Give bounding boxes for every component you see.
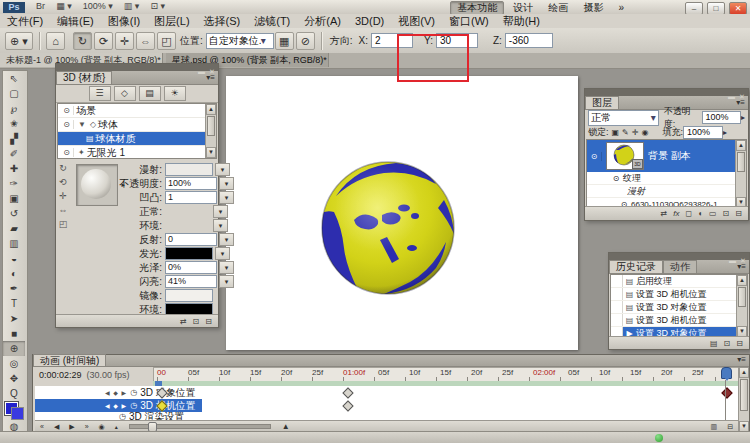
- layers-panel-drag-bar[interactable]: ▬✕: [585, 89, 748, 96]
- return-home-icon[interactable]: ⌂: [46, 32, 65, 50]
- history-panel-drag-bar[interactable]: ▬✕: [609, 253, 749, 260]
- gradient-tool[interactable]: ▥: [3, 236, 25, 251]
- position-preset-dropdown[interactable]: 自定对象位...▾: [206, 33, 274, 49]
- layers-panel-tab[interactable]: 图层: [585, 96, 619, 109]
- history-item[interactable]: ▤设置 3D 对象位置: [611, 301, 747, 314]
- scrollbar[interactable]: ▲▼: [205, 104, 216, 158]
- screen-mode-icon[interactable]: ⊡ ▾: [150, 0, 165, 13]
- workspace-design[interactable]: 设计: [507, 2, 539, 14]
- keyframe-selected[interactable]: [721, 387, 732, 398]
- zoom-in-timeline-icon[interactable]: ▲: [277, 422, 295, 432]
- eye-icon[interactable]: ⊙: [60, 148, 74, 157]
- opacity-field[interactable]: 100%: [165, 177, 217, 190]
- delete-keyframe-icon[interactable]: ⊟: [722, 422, 738, 432]
- delete-icon[interactable]: ⊟: [205, 317, 212, 326]
- delete-position-icon[interactable]: ⊘: [296, 32, 315, 50]
- lasso-tool[interactable]: ℘: [3, 101, 25, 116]
- stopwatch-icon[interactable]: ◷: [130, 388, 137, 397]
- shine-field[interactable]: 41%: [165, 275, 217, 288]
- menu-edit[interactable]: 编辑(E): [50, 14, 101, 29]
- mat-slide-icon[interactable]: ⇔: [56, 203, 70, 217]
- history-item[interactable]: ▤启用纹理: [611, 275, 747, 288]
- keyframe-navigator[interactable]: ◀ ◆ ▶: [105, 402, 127, 409]
- keyframe[interactable]: [342, 387, 353, 398]
- texture-menu-icon[interactable]: ▾: [213, 219, 228, 232]
- eye-icon[interactable]: ⊙: [60, 120, 74, 129]
- texture-menu-icon[interactable]: ▾: [219, 261, 234, 274]
- view-extras-icon[interactable]: ▦ ▾: [56, 0, 72, 13]
- blend-mode-dropdown[interactable]: 正常▾: [588, 110, 659, 126]
- menu-image[interactable]: 图像(I): [101, 14, 147, 29]
- timeline-zoom-slider[interactable]: [129, 424, 271, 429]
- scroll-up-icon[interactable]: ▲: [736, 140, 746, 151]
- link-layers-icon[interactable]: ⇄: [661, 209, 668, 218]
- workspace-overflow[interactable]: »: [612, 2, 630, 14]
- lock-transparent-icon[interactable]: ▣: [612, 128, 620, 137]
- menu-analysis[interactable]: 分析(A): [297, 14, 348, 29]
- menu-window[interactable]: 窗口(W): [442, 14, 496, 29]
- fill-value[interactable]: 100%: [683, 126, 723, 139]
- zoom-level-dropdown[interactable]: 100% ▾: [83, 0, 113, 13]
- gloss-field[interactable]: 0%: [165, 261, 217, 274]
- delete-state-icon[interactable]: ⊟: [736, 339, 743, 348]
- save-position-icon[interactable]: ▦: [275, 32, 294, 50]
- workspace-photo[interactable]: 摄影: [577, 2, 609, 14]
- 3d-panel-tab[interactable]: 3D {材质}: [56, 71, 112, 84]
- texture-menu-icon[interactable]: ▾: [219, 177, 234, 190]
- new-snapshot-icon[interactable]: ⊡: [724, 339, 731, 348]
- workspace-paint[interactable]: 绘画: [542, 2, 574, 14]
- 3d-scale-tool-icon[interactable]: ◰: [157, 32, 176, 50]
- tree-item-infinite-light[interactable]: ⊙ ✦ 无限光 1: [58, 146, 216, 159]
- history-item[interactable]: ▤设置 3D 相机位置: [611, 314, 747, 327]
- tree-item-sphere-material[interactable]: ▤ 球体材质: [58, 132, 216, 146]
- layer-row-diffuse[interactable]: 漫射: [587, 185, 746, 198]
- 3d-orbit-tool[interactable]: ◎: [3, 356, 25, 371]
- lock-all-icon[interactable]: ◉: [641, 128, 648, 137]
- expander-icon[interactable]: ▼: [78, 120, 86, 129]
- brush-tool[interactable]: ✑: [3, 176, 25, 191]
- tree-item-sphere[interactable]: ⊙ ▼ ◇ 球体: [58, 118, 216, 132]
- menu-3d[interactable]: 3D(D): [348, 15, 391, 27]
- scrollbar[interactable]: ▲▼: [736, 275, 747, 337]
- scroll-up-icon[interactable]: ▲: [737, 275, 747, 286]
- bump-field[interactable]: 1: [165, 191, 217, 204]
- playhead[interactable]: [721, 367, 732, 379]
- arrange-documents-icon[interactable]: ▥ ▾: [124, 0, 140, 13]
- filter-meshes-icon[interactable]: ◇: [114, 86, 136, 101]
- mat-rotate-icon[interactable]: ↻: [56, 161, 70, 175]
- marquee-tool[interactable]: ▢: [3, 86, 25, 101]
- scroll-down-icon[interactable]: ▼: [206, 147, 216, 158]
- panel-menu-icon[interactable]: ▾≡: [206, 72, 215, 84]
- mat-scale-icon[interactable]: ◰: [56, 217, 70, 231]
- timeline-tab[interactable]: 动画 (时间轴): [33, 354, 106, 366]
- texture-menu-icon[interactable]: ▾: [219, 275, 234, 288]
- fill-slider-arrow[interactable]: ▸: [723, 128, 727, 137]
- eye-icon[interactable]: ⊙: [609, 174, 623, 183]
- collapse-icon[interactable]: ▬: [729, 257, 736, 265]
- menu-help[interactable]: 帮助(H): [496, 14, 547, 29]
- dodge-tool[interactable]: ◐: [3, 266, 25, 281]
- texture-menu-icon[interactable]: ▾: [215, 163, 230, 176]
- onion-skin-icon[interactable]: ▥: [706, 422, 723, 432]
- lock-image-icon[interactable]: ✎: [622, 128, 629, 137]
- opacity-value[interactable]: 100%: [702, 111, 741, 124]
- panel-menu-icon[interactable]: ▾≡: [737, 261, 746, 273]
- new-layer-icon[interactable]: ⊡: [723, 209, 730, 218]
- 3d-slide-tool-icon[interactable]: ⇔: [136, 32, 155, 50]
- link-icon[interactable]: ⇄: [180, 317, 187, 326]
- z-input[interactable]: -360: [505, 33, 553, 48]
- clone-stamp-tool[interactable]: ▣: [3, 191, 25, 206]
- 3d-panel-drag-bar[interactable]: ▬✕: [56, 64, 218, 71]
- collapse-icon[interactable]: ▬: [728, 93, 735, 101]
- keyframe-navigator[interactable]: ◀ ◆ ▶: [105, 389, 127, 396]
- healing-brush-tool[interactable]: ✚: [3, 161, 25, 176]
- layer-style-icon[interactable]: fx: [673, 209, 679, 218]
- 3d-roll-tool-icon[interactable]: ⟳: [94, 32, 113, 50]
- new-document-from-state-icon[interactable]: ▤: [710, 339, 718, 348]
- background-color-swatch[interactable]: [11, 407, 24, 420]
- zoom-out-timeline-icon[interactable]: ▴: [110, 422, 123, 432]
- scroll-up-icon[interactable]: ▲: [206, 104, 216, 115]
- opacity-slider-arrow[interactable]: ▸: [741, 113, 745, 122]
- timeline-scrollbar[interactable]: ▲▼: [738, 367, 749, 432]
- menu-select[interactable]: 选择(S): [197, 14, 248, 29]
